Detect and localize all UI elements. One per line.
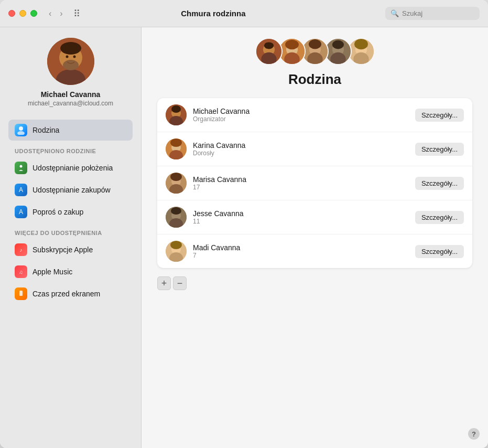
svg-text:A: A [19,208,23,216]
right-panel-wrapper: Rodzina Michael Cavanna Organizator Szcz… [142,27,488,448]
purchases-icon: A [15,184,27,196]
member-avatar-michael [166,104,187,125]
family-title: Rodzina [288,71,341,88]
member-avatar-marisa [166,173,187,194]
svg-point-47 [170,138,182,147]
search-icon: 🔍 [391,9,399,17]
member-name: Madi Cavanna [193,243,409,252]
profile-name: Michael Cavanna [41,90,101,99]
help-button[interactable]: ? [468,428,480,440]
family-avatars [255,38,375,65]
member-info-karina: Karina Cavanna Dorosły [193,141,409,157]
main-window: ‹ › ⠿ Chmura rodzinna 🔍 [0,0,488,448]
details-button-marisa[interactable]: Szczegóły... [415,177,464,190]
sidebar-item-subscriptions[interactable]: ♪ Subskrypcje Apple [8,239,133,260]
svg-point-27 [285,40,299,49]
svg-point-39 [354,39,368,49]
svg-point-6 [73,56,75,58]
svg-point-5 [66,56,68,58]
member-name: Marisa Cavanna [193,175,409,184]
member-role: Dorosły [193,150,409,157]
member-info-michael: Michael Cavanna Organizator [193,107,409,123]
maximize-button[interactable] [30,10,37,17]
sidebar-item-label-location: Udostępnianie położenia [32,164,113,172]
sidebar-item-music[interactable]: ♫ Apple Music [8,261,133,282]
svg-text:♫: ♫ [19,269,23,275]
sidebar-item-rodzina[interactable]: Rodzina [8,120,133,141]
member-role: 17 [193,184,409,191]
sidebar: Michael Cavanna michael_cavanna@icloud.c… [0,27,142,448]
svg-point-59 [170,241,182,249]
search-input[interactable] [402,9,475,17]
sidebar-item-label-music: Apple Music [32,268,72,276]
table-row: Madi Cavanna 7 Szczegóły... [157,234,472,268]
profile-section: Michael Cavanna michael_cavanna@icloud.c… [8,38,133,107]
sidebar-item-label-purchases: Udostępnianie zakupów [32,186,111,194]
member-info-marisa: Marisa Cavanna 17 [193,175,409,191]
member-info-madi: Madi Cavanna 7 [193,243,409,259]
details-button-karina[interactable]: Szczegóły... [415,143,464,156]
member-info-jesse: Jesse Cavanna 11 [193,209,409,225]
table-row: Marisa Cavanna 17 Szczegóły... [157,166,472,200]
ask-icon: A [15,206,27,218]
location-icon [15,162,27,174]
svg-point-23 [264,42,273,49]
sidebar-item-purchases[interactable]: A Udostępnianie zakupów [8,179,133,200]
svg-point-7 [19,126,23,131]
family-avatar-michael [255,38,283,65]
svg-point-8 [17,131,25,135]
sidebar-item-label-rodzina: Rodzina [32,126,59,134]
remove-member-button[interactable]: − [173,276,187,290]
svg-text:A: A [19,186,23,194]
sidebar-item-location[interactable]: Udostępnianie położenia [8,157,133,178]
member-avatar-jesse [166,207,187,228]
close-button[interactable] [8,10,15,17]
window-controls [8,10,37,17]
list-controls: + − [157,276,472,290]
window-title: Chmura rodzinna [41,9,385,18]
family-icon [15,124,27,136]
svg-point-4 [60,42,81,55]
member-name: Michael Cavanna [193,107,409,115]
music-icon: ♫ [15,265,27,278]
details-button-jesse[interactable]: Szczegóły... [415,211,464,224]
section-header-more: WIĘCEJ DO UDOSTĘPNIENIA [15,230,126,236]
member-name: Jesse Cavanna [193,209,409,218]
profile-email: michael_cavanna@icloud.com [28,100,113,107]
svg-point-3 [63,60,79,70]
member-role: 11 [193,218,409,225]
table-row: Jesse Cavanna 11 Szczegóły... [157,200,472,234]
svg-point-10 [20,165,23,168]
svg-point-35 [332,40,343,49]
titlebar: ‹ › ⠿ Chmura rodzinna 🔍 [0,0,488,27]
section-header-shared: UDOSTĘPNIONO RODZINIE [15,148,126,154]
search-bar[interactable]: 🔍 [385,7,480,20]
screentime-icon [15,287,27,300]
member-avatar-karina [166,138,187,159]
main-content: Michael Cavanna michael_cavanna@icloud.c… [0,27,488,448]
sidebar-item-screentime[interactable]: Czas przed ekranem [8,283,133,304]
svg-point-31 [309,39,321,49]
family-header: Rodzina [157,38,472,88]
avatar [47,38,94,85]
minimize-button[interactable] [19,10,26,17]
sidebar-item-label-subscriptions: Subskrypcje Apple [32,246,93,254]
table-row: Karina Cavanna Dorosły Szczegóły... [157,132,472,166]
sidebar-item-label-screentime: Czas przed ekranem [32,290,100,298]
sidebar-item-label-ask: Poproś o zakup [32,208,83,216]
members-list: Michael Cavanna Organizator Szczegóły...… [157,98,472,268]
member-role: 7 [193,252,409,259]
table-row: Michael Cavanna Organizator Szczegóły... [157,98,472,132]
member-role: Organizator [193,115,409,123]
add-member-button[interactable]: + [157,276,171,290]
svg-point-43 [171,105,181,113]
member-name: Karina Cavanna [193,141,409,150]
details-button-michael[interactable]: Szczegóły... [415,109,464,122]
svg-text:♪: ♪ [20,247,23,253]
right-panel: Rodzina Michael Cavanna Organizator Szcz… [142,27,488,448]
svg-rect-20 [19,291,23,296]
details-button-madi[interactable]: Szczegóły... [415,245,464,258]
subscriptions-icon: ♪ [15,243,27,256]
sidebar-item-ask[interactable]: A Poproś o zakup [8,201,133,222]
member-avatar-madi [166,241,187,262]
